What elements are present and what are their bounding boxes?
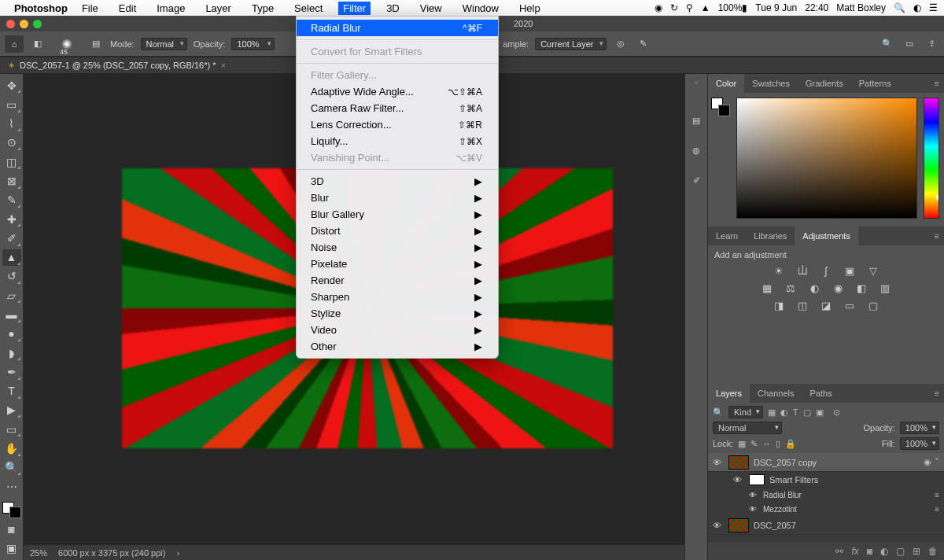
brush-preset-picker[interactable]: 45 bbox=[52, 34, 82, 54]
filter-item-liquify-[interactable]: Liquify...⇧⌘X bbox=[297, 133, 498, 149]
filter-submenu-sharpen[interactable]: Sharpen▶ bbox=[297, 289, 498, 305]
ignore-adjustments-icon[interactable]: ◎ bbox=[613, 36, 629, 52]
cc-status-icon[interactable]: ◉ bbox=[655, 2, 662, 13]
filter-submenu-noise[interactable]: Noise▶ bbox=[297, 239, 498, 256]
visibility-toggle[interactable]: 👁 bbox=[733, 475, 744, 484]
filter-last[interactable]: Radial Blur^⌘F bbox=[297, 20, 498, 36]
lock-position-icon[interactable]: ↔ bbox=[762, 439, 771, 448]
smart-filters-row[interactable]: 👁Smart Filters bbox=[708, 472, 944, 488]
adj-channelmixer-icon[interactable]: ◧ bbox=[854, 282, 869, 294]
filter-shape-icon[interactable]: ▢ bbox=[803, 407, 811, 418]
lasso-tool[interactable]: ⌇ bbox=[2, 116, 21, 132]
adj-photofilter-icon[interactable]: ◉ bbox=[830, 282, 846, 294]
spotlight-icon[interactable]: 🔍 bbox=[894, 2, 905, 13]
adj-colorlookup-icon[interactable]: ▥ bbox=[877, 282, 893, 294]
filter-visibility-icon[interactable]: ◉ bbox=[924, 457, 931, 467]
menu-image[interactable]: Image bbox=[152, 2, 190, 15]
tab-paths[interactable]: Paths bbox=[802, 384, 840, 403]
blur-tool[interactable]: ● bbox=[2, 326, 21, 342]
document-info[interactable]: 6000 px x 3375 px (240 ppi) bbox=[58, 548, 165, 558]
adj-vibrance-icon[interactable]: ▽ bbox=[865, 264, 881, 277]
adj-brightness-icon[interactable]: ☀ bbox=[771, 264, 787, 277]
tab-patterns[interactable]: Patterns bbox=[851, 74, 899, 93]
color-field[interactable] bbox=[736, 98, 917, 219]
pen-tool[interactable]: ✒ bbox=[2, 363, 21, 380]
dodge-tool[interactable]: ◗ bbox=[2, 344, 21, 361]
smart-filter-item[interactable]: 👁Radial Blur≡ bbox=[708, 488, 944, 502]
close-window-button[interactable] bbox=[6, 20, 15, 28]
adj-levels-icon[interactable]: ⼭ bbox=[795, 264, 810, 277]
tab-gradients[interactable]: Gradients bbox=[798, 74, 851, 93]
adj-threshold-icon[interactable]: ◪ bbox=[818, 299, 834, 311]
panel-menu-button[interactable]: ≡ bbox=[930, 384, 944, 403]
move-tool[interactable]: ✥ bbox=[2, 77, 21, 94]
home-button[interactable]: ⌂ bbox=[5, 35, 24, 53]
eyedropper-tool[interactable]: ✎ bbox=[2, 192, 21, 208]
notification-center-icon[interactable]: ☰ bbox=[929, 2, 938, 13]
tool-preset-picker[interactable]: ◧ bbox=[30, 36, 46, 52]
time-machine-icon[interactable]: ↻ bbox=[670, 2, 678, 13]
zoom-tool[interactable]: 🔍 bbox=[2, 459, 21, 476]
lock-artboard-icon[interactable]: ▯ bbox=[776, 439, 780, 449]
quickmask-toggle[interactable]: ◙ bbox=[2, 521, 21, 537]
brushes-panel-icon[interactable]: ✐ bbox=[688, 171, 705, 189]
expand-dock-button[interactable]: « bbox=[694, 79, 698, 87]
filter-item-lens-correction-[interactable]: Lens Correction...⇧⌘R bbox=[297, 116, 498, 133]
adj-colorbalance-icon[interactable]: ⚖ bbox=[783, 282, 798, 294]
sample-select[interactable]: Current Layer bbox=[535, 38, 607, 50]
properties-panel-icon[interactable]: ◍ bbox=[688, 142, 705, 159]
eraser-tool[interactable]: ▱ bbox=[2, 287, 21, 304]
filter-pixel-icon[interactable]: ▦ bbox=[768, 407, 776, 418]
menu-window[interactable]: Window bbox=[458, 2, 503, 15]
tab-color[interactable]: Color bbox=[708, 74, 744, 93]
filter-submenu-stylize[interactable]: Stylize▶ bbox=[297, 305, 498, 322]
smart-filter-item[interactable]: 👁Mezzotint≡ bbox=[708, 502, 944, 516]
adj-gradientmap-icon[interactable]: ▭ bbox=[842, 299, 857, 311]
adj-curves-icon[interactable]: ∫ bbox=[818, 264, 834, 277]
layer-opacity-select[interactable]: 100% bbox=[900, 422, 939, 434]
screenmode-toggle[interactable]: ▣ bbox=[2, 540, 21, 557]
edit-toolbar[interactable]: ⋯ bbox=[2, 478, 21, 495]
frame-tool[interactable]: ⊠ bbox=[2, 172, 21, 189]
filter-item-vanishing-point-[interactable]: Vanishing Point...⌥⌘V bbox=[297, 149, 498, 166]
type-tool[interactable]: T bbox=[2, 383, 21, 400]
filter-submenu-distort[interactable]: Distort▶ bbox=[297, 223, 498, 239]
filter-convert-smart[interactable]: Convert for Smart Filters bbox=[297, 43, 498, 60]
filter-smart-icon[interactable]: ▣ bbox=[816, 407, 824, 418]
menu-edit[interactable]: Edit bbox=[114, 2, 141, 15]
adj-exposure-icon[interactable]: ▣ bbox=[842, 264, 857, 277]
filter-submenu-render[interactable]: Render▶ bbox=[297, 272, 498, 289]
filter-expand-icon[interactable]: ˅ bbox=[935, 457, 939, 467]
opacity-select[interactable]: 100% bbox=[231, 38, 274, 50]
brush-settings-toggle[interactable]: ▤ bbox=[88, 36, 104, 52]
blend-mode-select[interactable]: Normal bbox=[141, 38, 187, 50]
filter-submenu-blur[interactable]: Blur▶ bbox=[297, 190, 498, 206]
menu-type[interactable]: Type bbox=[247, 2, 278, 15]
filter-item-camera-raw-filter-[interactable]: Camera Raw Filter...⇧⌘A bbox=[297, 100, 498, 116]
adj-invert-icon[interactable]: ◨ bbox=[771, 299, 787, 311]
new-group-icon[interactable]: ▢ bbox=[896, 546, 905, 557]
healing-brush-tool[interactable]: ✚ bbox=[2, 211, 21, 227]
lock-all-icon[interactable]: 🔒 bbox=[785, 439, 796, 449]
visibility-toggle[interactable]: 👁 bbox=[749, 491, 758, 499]
delete-layer-icon[interactable]: 🗑 bbox=[928, 546, 938, 557]
siri-icon[interactable]: ◐ bbox=[913, 2, 921, 13]
menubar-user[interactable]: Matt Boxley bbox=[836, 2, 886, 13]
document-tab[interactable]: ✶ DSC_2057-1 @ 25% (DSC_2057 copy, RGB/1… bbox=[0, 57, 234, 73]
menu-filter[interactable]: Filter bbox=[338, 2, 371, 15]
quick-select-tool[interactable]: ⊙ bbox=[2, 134, 21, 151]
tab-layers[interactable]: Layers bbox=[708, 384, 750, 403]
filter-submenu-blur-gallery[interactable]: Blur Gallery▶ bbox=[297, 206, 498, 223]
hue-slider[interactable] bbox=[924, 98, 939, 219]
tab-learn[interactable]: Learn bbox=[708, 227, 746, 245]
history-panel-icon[interactable]: ▤ bbox=[688, 112, 705, 129]
layer-row[interactable]: 👁DSC_2057 copy◉˅ bbox=[708, 453, 944, 472]
menu-help[interactable]: Help bbox=[514, 2, 545, 15]
shape-tool[interactable]: ▭ bbox=[2, 421, 21, 437]
link-layers-icon[interactable]: ⚯ bbox=[835, 546, 843, 557]
filter-blend-icon[interactable]: ≡ bbox=[935, 505, 944, 514]
filter-toggle[interactable]: ⊙ bbox=[833, 407, 840, 418]
bluetooth-icon[interactable]: ⚲ bbox=[686, 2, 693, 13]
gradient-tool[interactable]: ▬ bbox=[2, 306, 21, 322]
wifi-icon[interactable]: ▲ bbox=[701, 2, 710, 13]
